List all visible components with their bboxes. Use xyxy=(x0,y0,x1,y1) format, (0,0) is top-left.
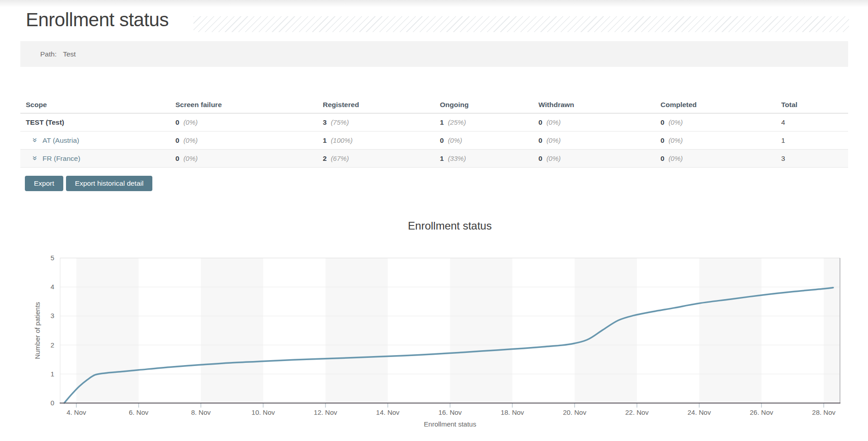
table-header-row: Scope Screen failure Registered Ongoing … xyxy=(20,97,848,113)
svg-text:1: 1 xyxy=(51,370,54,378)
cell-percent: (0%) xyxy=(448,136,462,144)
cell-percent: (25%) xyxy=(448,118,466,126)
svg-text:26. Nov: 26. Nov xyxy=(750,408,774,416)
path-box: Path: Test xyxy=(20,41,848,67)
svg-text:24. Nov: 24. Nov xyxy=(688,408,711,416)
cell-value: 0 xyxy=(538,118,542,126)
cell-total: 1 xyxy=(781,136,785,144)
svg-text:3: 3 xyxy=(51,312,54,319)
cell-percent: (0%) xyxy=(669,155,683,162)
svg-text:16. Nov: 16. Nov xyxy=(439,408,462,416)
path-label: Path: xyxy=(40,50,57,58)
svg-text:4: 4 xyxy=(51,283,54,291)
cell-value: 3 xyxy=(323,118,327,126)
col-header-registered: Registered xyxy=(323,101,440,109)
cell-percent: (0%) xyxy=(184,118,198,126)
svg-text:22. Nov: 22. Nov xyxy=(625,408,649,416)
title-hatch-decoration xyxy=(193,16,849,32)
path-value: Test xyxy=(63,50,75,58)
cell-percent: (0%) xyxy=(184,155,198,162)
cell-value: 2 xyxy=(323,155,327,162)
page-title: Enrollment status xyxy=(26,9,169,31)
col-header-scope: Scope xyxy=(26,101,175,109)
cell-value: 0 xyxy=(660,136,665,144)
svg-text:Enrollment status: Enrollment status xyxy=(424,420,476,428)
col-header-screen-failure: Screen failure xyxy=(175,101,323,109)
cell-percent: (0%) xyxy=(669,118,683,126)
cell-value: 0 xyxy=(440,136,444,144)
scope-label-test: TEST (Test) xyxy=(26,118,64,126)
svg-text:10. Nov: 10. Nov xyxy=(251,408,275,416)
cell-value: 0 xyxy=(660,155,665,162)
page-top-fade xyxy=(0,0,868,7)
col-header-withdrawn: Withdrawn xyxy=(538,101,660,109)
cell-value: 0 xyxy=(175,136,179,144)
cell-percent: (0%) xyxy=(547,136,561,144)
col-header-total: Total xyxy=(781,101,848,109)
cell-value: 0 xyxy=(175,155,179,162)
export-button[interactable]: Export xyxy=(25,176,63,191)
svg-text:5: 5 xyxy=(51,254,54,262)
table-row: »FR (France) 0(0%) 2(67%) 1(33%) 0(0%) 0… xyxy=(20,150,848,168)
cell-percent: (0%) xyxy=(547,118,561,126)
scope-link-austria[interactable]: AT (Austria) xyxy=(42,136,79,144)
chevron-double-down-icon[interactable]: » xyxy=(31,138,39,142)
svg-text:2: 2 xyxy=(51,341,54,349)
svg-text:12. Nov: 12. Nov xyxy=(314,408,337,416)
cell-value: 0 xyxy=(538,155,542,162)
export-historical-detail-button[interactable]: Export historical detail xyxy=(66,176,153,191)
cell-value: 0 xyxy=(538,136,542,144)
svg-text:4. Nov: 4. Nov xyxy=(66,408,86,416)
chevron-double-down-icon[interactable]: » xyxy=(31,156,39,160)
cell-total: 3 xyxy=(781,155,785,162)
cell-percent: (67%) xyxy=(331,155,349,162)
table-row: »AT (Austria) 0(0%) 1(100%) 0(0%) 0(0%) … xyxy=(20,131,848,150)
table-row: TEST (Test) 0(0%) 3(75%) 1(25%) 0(0%) 0(… xyxy=(20,113,848,131)
svg-text:28. Nov: 28. Nov xyxy=(812,408,835,416)
cell-percent: (0%) xyxy=(669,136,683,144)
cell-value: 0 xyxy=(660,118,665,126)
cell-percent: (0%) xyxy=(184,136,198,144)
export-button-row: Export Export historical detail xyxy=(25,176,152,191)
cell-value: 1 xyxy=(323,136,327,144)
cell-value: 1 xyxy=(440,118,444,126)
svg-text:8. Nov: 8. Nov xyxy=(191,408,211,416)
col-header-ongoing: Ongoing xyxy=(440,101,538,109)
enrollment-table: Scope Screen failure Registered Ongoing … xyxy=(20,97,848,168)
cell-percent: (100%) xyxy=(331,136,353,144)
chart-title: Enrollment status xyxy=(408,220,491,232)
col-header-completed: Completed xyxy=(660,101,781,109)
cell-percent: (75%) xyxy=(331,118,349,126)
svg-text:14. Nov: 14. Nov xyxy=(376,408,400,416)
cell-percent: (0%) xyxy=(547,155,561,162)
cell-value: 0 xyxy=(175,118,179,126)
cell-percent: (33%) xyxy=(448,155,466,162)
svg-text:20. Nov: 20. Nov xyxy=(563,408,586,416)
cell-value: 1 xyxy=(440,155,444,162)
enrollment-chart: 4. Nov6. Nov8. Nov10. Nov12. Nov14. Nov1… xyxy=(0,244,868,441)
svg-text:6. Nov: 6. Nov xyxy=(129,408,149,416)
svg-text:Number of patients: Number of patients xyxy=(33,302,41,359)
cell-total: 4 xyxy=(781,118,785,126)
scope-link-france[interactable]: FR (France) xyxy=(42,155,80,162)
svg-text:0: 0 xyxy=(51,399,54,407)
svg-text:18. Nov: 18. Nov xyxy=(500,408,524,416)
